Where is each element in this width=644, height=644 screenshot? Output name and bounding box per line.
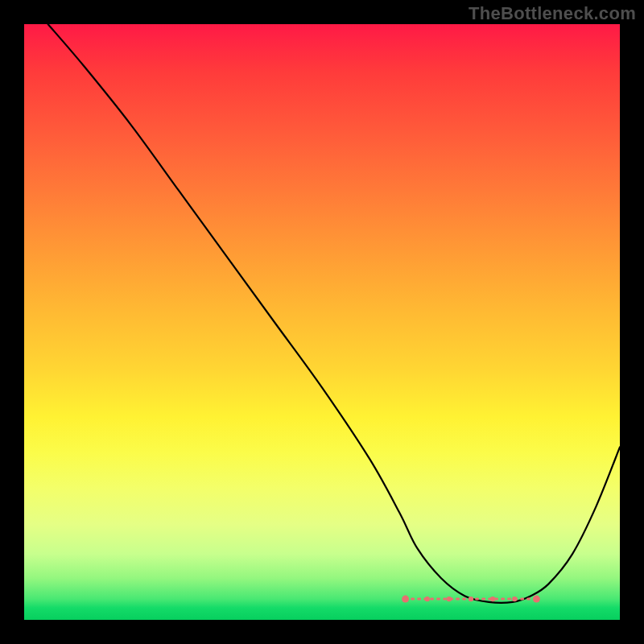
svg-point-5 [469, 597, 473, 601]
curve-svg [24, 24, 620, 620]
watermark-text: TheBottleneck.com [469, 3, 636, 24]
bottleneck-curve [48, 24, 620, 603]
plot-area [24, 24, 620, 620]
svg-point-1 [402, 596, 409, 603]
chart-frame: TheBottleneck.com [0, 0, 644, 644]
svg-point-3 [425, 597, 430, 601]
svg-point-2 [533, 596, 540, 603]
svg-point-4 [447, 597, 452, 601]
svg-point-7 [512, 597, 517, 601]
optimal-range-marker [402, 596, 540, 603]
svg-point-6 [490, 597, 495, 601]
